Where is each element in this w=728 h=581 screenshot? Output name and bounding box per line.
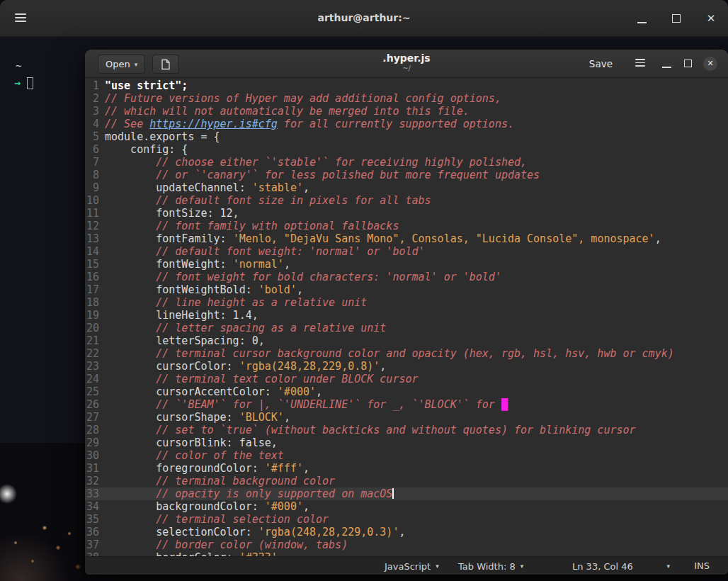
code-line[interactable]: 12 // font family with optional fallback… [85, 220, 728, 232]
editor-close-button[interactable]: ✕ [701, 50, 720, 78]
line-number: 24 [85, 373, 105, 385]
code-line[interactable]: 26 // `'BEAM'` for |, `'UNDERLINE'` for … [85, 398, 728, 411]
code-line[interactable]: 17 fontWeightBold: 'bold', [85, 283, 728, 296]
editor-headerbar[interactable]: Open ▾ .hyper.js ~/ Save ✕ [85, 50, 728, 78]
code-text: // letter spacing as a relative unit [105, 322, 728, 334]
restore-icon [684, 60, 692, 67]
line-number: 21 [85, 334, 105, 347]
code-line[interactable]: 23 cursorColor: 'rgba(248,28,229,0.8)', [85, 360, 728, 373]
code-line[interactable]: 16 // font weight for bold characters: '… [85, 271, 728, 283]
document-title-area: .hyper.js ~/ [227, 52, 586, 72]
maximize-button[interactable] [667, 0, 686, 37]
document-title: .hyper.js [227, 52, 586, 64]
code-text: module.exports = { [105, 130, 728, 143]
code-line[interactable]: 28 // set to `true` (without backticks a… [85, 424, 728, 436]
terminal-titlebar[interactable]: arthur@arthur:~ ✕ [0, 0, 728, 37]
code-line[interactable]: 31 foregroundColor: '#fff', [85, 462, 728, 475]
code-text: // terminal text color under BLOCK curso… [105, 373, 728, 385]
code-line[interactable]: 37 // border color (window, tabs) [85, 538, 728, 551]
code-text: // terminal selection color [105, 513, 728, 526]
editor-minimize-button[interactable] [659, 50, 676, 78]
editor-restore-button[interactable] [680, 50, 697, 78]
minimize-button[interactable] [633, 0, 652, 37]
new-document-button[interactable] [152, 55, 179, 74]
code-line[interactable]: 22 // terminal cursor background color a… [85, 347, 728, 360]
code-text: // set to `true` (without backticks and … [105, 424, 728, 436]
line-number: 32 [85, 475, 105, 487]
code-line[interactable]: 8 // or `'canary'` for less polished but… [85, 169, 728, 181]
code-line[interactable]: 24 // terminal text color under BLOCK cu… [85, 373, 728, 385]
code-lines: 1"use strict";2// Future versions of Hyp… [85, 79, 728, 556]
minimize-icon [637, 22, 647, 23]
close-icon: ✕ [703, 57, 717, 71]
line-number: 9 [85, 181, 105, 194]
code-line[interactable]: 19 lineHeight: 1.4, [85, 309, 728, 322]
menu-button[interactable] [630, 50, 650, 78]
code-line[interactable]: 34 backgroundColor: '#000', [85, 500, 728, 513]
code-line[interactable]: 1"use strict"; [85, 79, 728, 92]
code-text: letterSpacing: 0, [105, 334, 728, 347]
code-line[interactable]: 29 cursorBlink: false, [85, 436, 728, 449]
code-text: fontWeight: 'normal', [105, 258, 728, 271]
line-number: 38 [85, 551, 105, 556]
code-text: // color of the text [105, 449, 728, 462]
code-line[interactable]: 10 // default font size in pixels for al… [85, 194, 728, 207]
code-text: // See https://hyper.is#cfg for all curr… [105, 118, 728, 130]
code-line[interactable]: 30 // color of the text [85, 449, 728, 462]
line-number: 3 [85, 105, 105, 118]
chevron-down-icon: ▾ [521, 563, 524, 570]
save-button[interactable]: Save [585, 50, 617, 78]
code-line[interactable]: 11 fontSize: 12, [85, 207, 728, 220]
code-editor[interactable]: 1"use strict";2// Future versions of Hyp… [85, 78, 728, 556]
code-line[interactable]: 9 updateChannel: 'stable', [85, 181, 728, 194]
insert-mode-indicator: INS [694, 560, 710, 571]
code-line[interactable]: 38 borderColor: '#333', [85, 551, 728, 556]
language-label: JavaScript [385, 561, 431, 572]
code-line[interactable]: 4// See https://hyper.is#cfg for all cur… [85, 118, 728, 130]
line-number: 7 [85, 156, 105, 169]
code-line[interactable]: 3// which will not automatically be merg… [85, 105, 728, 118]
code-line-current[interactable]: 33 // opacity is only supported on macOS [85, 487, 728, 500]
document-path: ~/ [227, 64, 586, 72]
line-number: 29 [85, 436, 105, 449]
line-number: 35 [85, 513, 105, 526]
line-number: 36 [85, 526, 105, 538]
code-text: // terminal cursor background color and … [105, 347, 728, 360]
code-line[interactable]: 25 cursorAccentColor: '#000', [85, 385, 728, 398]
code-text: selectionColor: 'rgba(248,28,229,0.3)', [105, 526, 728, 538]
code-line[interactable]: 5module.exports = { [85, 130, 728, 143]
code-line[interactable]: 35 // terminal selection color [85, 513, 728, 526]
language-selector[interactable]: JavaScript ▾ [385, 557, 439, 575]
code-line[interactable]: 14 // default font weight: 'normal' or '… [85, 245, 728, 258]
line-number: 1 [85, 79, 105, 92]
code-line[interactable]: 27 cursorShape: 'BLOCK', [85, 411, 728, 424]
tab-width-selector[interactable]: Tab Width: 8 ▾ [458, 557, 523, 575]
code-line[interactable]: 21 letterSpacing: 0, [85, 334, 728, 347]
line-number: 8 [85, 169, 105, 181]
code-text: cursorBlink: false, [105, 436, 728, 449]
code-line[interactable]: 7 // choose either `'stable'` for receiv… [85, 156, 728, 169]
code-line[interactable]: 36 selectionColor: 'rgba(248,28,229,0.3)… [85, 526, 728, 538]
code-line[interactable]: 13 fontFamily: 'Menlo, "DejaVu Sans Mono… [85, 232, 728, 245]
code-line[interactable]: 18 // line height as a relative unit [85, 296, 728, 309]
open-button[interactable]: Open ▾ [98, 55, 145, 74]
code-text: // default font size in pixels for all t… [105, 194, 728, 207]
code-line[interactable]: 20 // letter spacing as a relative unit [85, 322, 728, 334]
line-number: 16 [85, 271, 105, 283]
text-caret [392, 488, 394, 499]
line-number: 28 [85, 424, 105, 436]
cursor-position-selector[interactable]: Ln 33, Col 46 ▾ [572, 557, 670, 575]
prompt-arrow-icon: → [14, 77, 21, 89]
hamburger-icon [635, 57, 645, 69]
close-button[interactable]: ✕ [702, 0, 720, 37]
code-text: "use strict"; [105, 79, 728, 92]
maximize-icon [672, 14, 681, 23]
code-line[interactable]: 6 config: { [85, 143, 728, 156]
editor-statusbar: JavaScript ▾ Tab Width: 8 ▾ Ln 33, Col 4… [85, 556, 728, 575]
line-number: 10 [85, 194, 105, 207]
code-line[interactable]: 15 fontWeight: 'normal', [85, 258, 728, 271]
code-line[interactable]: 2// Future versions of Hyper may add add… [85, 92, 728, 105]
line-number: 13 [85, 232, 105, 245]
code-line[interactable]: 32 // terminal background color [85, 475, 728, 487]
line-number: 22 [85, 347, 105, 360]
